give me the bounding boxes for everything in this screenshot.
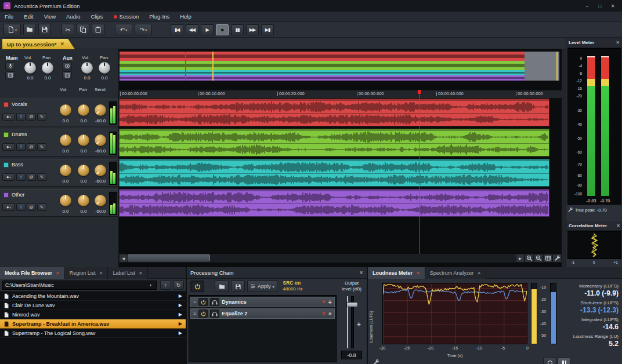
- solo-button[interactable]: !: [16, 173, 26, 181]
- maximize-button[interactable]: □: [594, 2, 606, 10]
- effect-listen-button[interactable]: [210, 298, 219, 306]
- pan-knob[interactable]: [78, 165, 89, 176]
- close-icon[interactable]: ✕: [416, 271, 420, 276]
- record-arm-button[interactable]: ●▾: [2, 113, 15, 121]
- volume-knob[interactable]: [60, 195, 71, 206]
- fader-handle[interactable]: [346, 302, 358, 307]
- effect-power-button[interactable]: [198, 310, 208, 318]
- playhead[interactable]: [420, 90, 420, 254]
- chain-open-button[interactable]: [215, 281, 229, 292]
- volume-knob[interactable]: [60, 134, 71, 146]
- menu-help[interactable]: Help: [180, 13, 191, 20]
- automation-button[interactable]: ✎: [37, 113, 46, 121]
- refresh-button[interactable]: ↻: [173, 281, 184, 290]
- chain-item[interactable]: ≡ Dynamics ✕ +: [190, 297, 335, 307]
- playhead-marker[interactable]: [418, 90, 421, 94]
- stop-button[interactable]: ■: [216, 24, 229, 35]
- automation-button[interactable]: ✎: [37, 203, 46, 211]
- mute-button[interactable]: Ø: [27, 143, 36, 151]
- effect-listen-button[interactable]: [210, 310, 219, 318]
- wrench-icon[interactable]: [567, 207, 573, 213]
- zoom-in-button[interactable]: [525, 254, 534, 263]
- pause-button[interactable]: ▮▮: [231, 24, 244, 35]
- track-header-other[interactable]: Other ●▾ ! Ø ✎ 0.0 0.0 -60.0: [0, 189, 118, 217]
- scrollbar-thumb[interactable]: [128, 254, 210, 261]
- chain-power-button[interactable]: [190, 281, 204, 292]
- mute-button[interactable]: Ø: [27, 203, 36, 211]
- apply-button[interactable]: Apply▾: [247, 281, 277, 292]
- zoom-out-button[interactable]: [534, 254, 543, 263]
- output-level-fader[interactable]: [337, 296, 367, 348]
- file-row-selected[interactable]: Supertramp - Breakfast in America.wav ▶: [0, 319, 186, 329]
- add-effect-icon[interactable]: +: [328, 299, 332, 305]
- close-icon[interactable]: ✕: [99, 271, 103, 276]
- zoom-fit-button[interactable]: [543, 254, 552, 263]
- mute-button[interactable]: Ø: [27, 173, 36, 181]
- file-row[interactable]: Clair De Lune.wav ▶: [0, 301, 186, 310]
- close-icon[interactable]: ✕: [56, 271, 60, 276]
- fast-forward-button[interactable]: ▶▶: [246, 24, 259, 35]
- track-header-bass[interactable]: Bass ●▾ ! Ø ✎ 0.0 0.0 -60.0: [0, 159, 118, 187]
- volume-knob[interactable]: [60, 104, 71, 116]
- chain-item[interactable]: ≡ Equalize 2 ✕ +: [190, 308, 335, 319]
- close-button[interactable]: ✕: [607, 2, 619, 10]
- effect-power-button[interactable]: [198, 298, 208, 306]
- close-icon[interactable]: ✕: [616, 40, 620, 45]
- session-overview[interactable]: [119, 51, 560, 81]
- drag-handle-icon[interactable]: ≡: [193, 311, 196, 316]
- scroll-right-button[interactable]: ▶: [516, 254, 525, 263]
- audio-clip-drums[interactable]: [119, 129, 549, 156]
- copy-button[interactable]: [77, 24, 89, 35]
- remove-effect-icon[interactable]: ✕: [321, 299, 326, 305]
- new-session-button[interactable]: ▾: [3, 24, 21, 35]
- solo-button[interactable]: !: [16, 203, 26, 211]
- drag-handle-icon[interactable]: ≡: [193, 299, 196, 305]
- automation-button[interactable]: ✎: [37, 143, 46, 151]
- audio-clip-bass[interactable]: [119, 159, 549, 187]
- tab-media-file-browser[interactable]: Media File Browser✕: [0, 267, 65, 279]
- minimize-button[interactable]: –: [581, 2, 593, 10]
- menu-plugins[interactable]: Plug-Ins: [149, 13, 169, 20]
- tab-label-list[interactable]: Label List✕: [108, 267, 147, 279]
- file-row[interactable]: Supertramp - The Logical Song.wav ▶: [0, 329, 186, 338]
- preview-play-icon[interactable]: ▶: [179, 321, 182, 326]
- volume-knob[interactable]: [60, 165, 71, 176]
- send-knob[interactable]: [95, 195, 106, 206]
- menu-file[interactable]: File: [5, 13, 13, 20]
- solo-button[interactable]: !: [16, 143, 26, 151]
- solo-button[interactable]: !: [16, 113, 26, 121]
- main-clip-grid-button[interactable]: [5, 71, 15, 79]
- paste-button[interactable]: [92, 24, 104, 35]
- up-directory-button[interactable]: ↑: [160, 281, 171, 290]
- close-icon[interactable]: ✕: [616, 223, 620, 228]
- open-button[interactable]: [23, 24, 36, 35]
- path-input[interactable]: [2, 281, 157, 290]
- scroll-left-button[interactable]: ◀: [119, 254, 128, 263]
- undo-button[interactable]: ↶▾: [115, 24, 132, 35]
- audio-clip-other[interactable]: [119, 189, 549, 217]
- chevron-down-icon[interactable]: ▾: [150, 283, 151, 287]
- main-record-mic-button[interactable]: [5, 62, 15, 70]
- tab-loudness-meter[interactable]: Loudness Meter✕: [368, 267, 425, 279]
- record-arm-button[interactable]: ●▾: [2, 143, 15, 151]
- audio-clip-vocals[interactable]: [119, 99, 549, 126]
- scrollbar-track[interactable]: [128, 254, 516, 263]
- add-effect-icon[interactable]: +: [328, 310, 332, 317]
- tab-spectrum-analyzer[interactable]: Spectrum Analyzer✕: [425, 267, 486, 279]
- main-pan-knob[interactable]: [42, 62, 53, 74]
- aux-dial-button[interactable]: [62, 62, 72, 70]
- session-tab[interactable]: Up to you.session* ✕: [2, 39, 75, 49]
- send-knob[interactable]: [95, 104, 106, 116]
- aux-volume-knob[interactable]: [81, 62, 93, 74]
- track-header-vocals[interactable]: Vocals ●▾ ! Ø ✎ 0.0 0.0 -60.0: [0, 99, 118, 126]
- wrench-icon[interactable]: [373, 359, 379, 364]
- preview-play-icon[interactable]: ▶: [179, 293, 182, 299]
- send-knob[interactable]: [95, 165, 106, 176]
- menu-audio[interactable]: Audio: [66, 13, 80, 20]
- skip-to-end-button[interactable]: ▶▮: [261, 24, 274, 35]
- aux-clip-grid-button[interactable]: [62, 71, 72, 79]
- close-icon[interactable]: ✕: [477, 271, 481, 276]
- record-arm-button[interactable]: ●▾: [2, 173, 15, 181]
- preview-play-icon[interactable]: ▶: [179, 303, 182, 308]
- menu-session[interactable]: Session: [114, 13, 139, 20]
